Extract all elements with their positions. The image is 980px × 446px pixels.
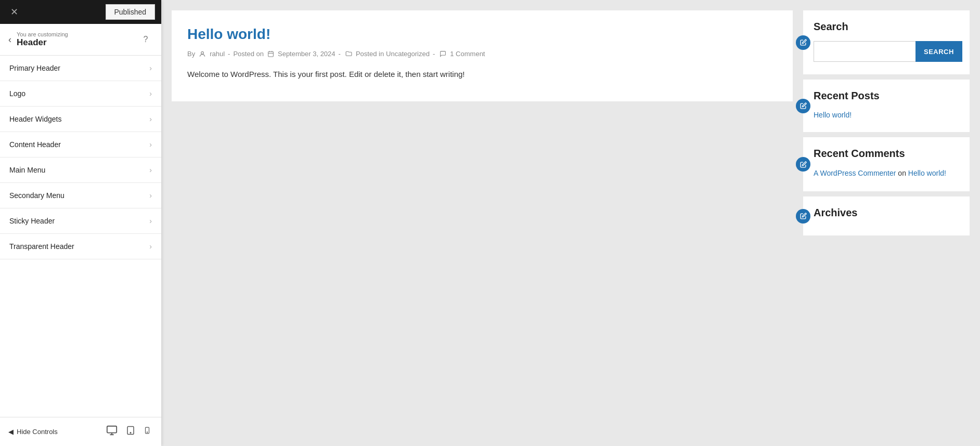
hide-controls-arrow-icon: ◀: [8, 428, 14, 436]
hide-controls-label: Hide Controls: [17, 428, 58, 436]
menu-item-label: Secondary Menu: [9, 191, 65, 200]
content-area: Hello world! By rahul - Posted on Septem…: [172, 10, 793, 436]
list-item: Hello world!: [814, 110, 959, 120]
svg-point-7: [201, 51, 204, 54]
menu-item-header-widgets[interactable]: Header Widgets›: [0, 107, 161, 132]
published-button[interactable]: Published: [106, 4, 156, 20]
archives-edit-icon[interactable]: [796, 209, 810, 224]
search-widget-edit-icon[interactable]: [796, 35, 810, 50]
chevron-right-icon: ›: [149, 115, 152, 123]
menu-item-label: Content Header: [9, 140, 61, 149]
chevron-right-icon: ›: [149, 191, 152, 200]
search-widget-title: Search: [814, 21, 959, 33]
panel-header-text: You are customizing Header: [17, 31, 138, 48]
recent-comments-widget: Recent Comments A WordPress Commenter on…: [803, 137, 970, 191]
search-button[interactable]: SEARCH: [915, 41, 962, 62]
left-panel: ✕ Published ‹ You are customizing Header…: [0, 0, 161, 446]
sidebar: Search SEARCH Recent Posts Hello world!: [803, 10, 970, 436]
post-title: Hello world!: [187, 26, 777, 43]
recent-posts-edit-icon[interactable]: [796, 99, 810, 113]
menu-item-transparent-header[interactable]: Transparent Header›: [0, 234, 161, 259]
chevron-right-icon: ›: [149, 89, 152, 98]
mobile-icon: [144, 425, 151, 436]
recent-posts-widget: Recent Posts Hello world!: [803, 80, 970, 132]
desktop-view-button[interactable]: [104, 423, 120, 441]
menu-item-label: Transparent Header: [9, 242, 74, 251]
chevron-right-icon: ›: [149, 166, 152, 174]
main-content: Hello world! By rahul - Posted on Septem…: [161, 0, 980, 446]
post-body: Welcome to WordPress. This is your first…: [187, 68, 777, 81]
menu-item-label: Logo: [9, 89, 25, 98]
desktop-icon: [106, 425, 118, 436]
archives-widget: Archives: [803, 196, 970, 235]
comment-on-label: on: [898, 169, 906, 177]
category-link[interactable]: Uncategorized: [386, 50, 430, 58]
posted-in-label: Posted in: [356, 50, 384, 58]
recent-post-link[interactable]: Hello world!: [814, 111, 852, 119]
menu-item-label: Primary Header: [9, 64, 60, 72]
back-button[interactable]: ‹: [8, 34, 11, 45]
category-icon: [345, 50, 352, 57]
commenter-link[interactable]: A WordPress Commenter: [814, 169, 896, 177]
close-button[interactable]: ✕: [6, 4, 22, 20]
menu-item-label: Header Widgets: [9, 115, 61, 123]
hide-controls-button[interactable]: ◀ Hide Controls: [8, 428, 58, 436]
search-widget-form: SEARCH: [814, 41, 959, 62]
menu-item-secondary-menu[interactable]: Secondary Menu›: [0, 183, 161, 208]
section-title: Header: [17, 37, 138, 48]
help-button[interactable]: ?: [138, 32, 153, 47]
menu-item-sticky-header[interactable]: Sticky Header›: [0, 208, 161, 234]
calendar-icon: [267, 50, 274, 57]
chevron-right-icon: ›: [149, 140, 152, 149]
svg-point-6: [147, 432, 147, 432]
panel-header: ‹ You are customizing Header ?: [0, 24, 161, 56]
help-icon: ?: [144, 35, 148, 44]
search-widget: Search SEARCH: [803, 10, 970, 74]
comment-item: A WordPress Commenter on Hello world!: [814, 168, 959, 179]
posted-on-label: Posted on: [233, 50, 264, 58]
customizing-label: You are customizing: [17, 31, 138, 37]
menu-item-logo[interactable]: Logo›: [0, 81, 161, 107]
post-card: Hello world! By rahul - Posted on Septem…: [172, 10, 793, 101]
recent-posts-list: Hello world!: [814, 110, 959, 120]
comment-count: 1 Comment: [450, 50, 485, 58]
recent-comments-widget-title: Recent Comments: [814, 148, 959, 160]
archives-widget-title: Archives: [814, 207, 959, 219]
author-link[interactable]: rahul: [210, 50, 225, 58]
back-icon: ‹: [8, 34, 11, 45]
menu-item-label: Main Menu: [9, 166, 45, 174]
menu-item-primary-header[interactable]: Primary Header›: [0, 56, 161, 81]
chevron-right-icon: ›: [149, 217, 152, 225]
menu-list: Primary Header›Logo›Header Widgets›Conte…: [0, 56, 161, 417]
recent-comments-edit-icon[interactable]: [796, 157, 810, 172]
menu-item-content-header[interactable]: Content Header›: [0, 132, 161, 158]
bottom-bar: ◀ Hide Controls: [0, 417, 161, 446]
search-input[interactable]: [814, 41, 915, 62]
mobile-view-button[interactable]: [141, 423, 153, 441]
meta-by: By: [187, 50, 195, 58]
author-icon: [199, 50, 206, 58]
device-buttons: [104, 423, 153, 441]
post-date: September 3, 2024: [278, 50, 336, 58]
top-bar: ✕ Published: [0, 0, 161, 24]
svg-rect-8: [268, 51, 274, 57]
chevron-right-icon: ›: [149, 64, 152, 72]
chevron-right-icon: ›: [149, 242, 152, 251]
svg-rect-0: [107, 426, 117, 433]
svg-point-4: [130, 432, 131, 434]
post-meta: By rahul - Posted on September 3, 2024 -…: [187, 50, 777, 58]
comment-icon: [440, 50, 446, 57]
recent-posts-widget-title: Recent Posts: [814, 90, 959, 102]
tablet-icon: [126, 425, 135, 436]
menu-item-label: Sticky Header: [9, 217, 55, 225]
commented-post-link[interactable]: Hello world!: [908, 169, 946, 177]
tablet-view-button[interactable]: [124, 423, 137, 441]
menu-item-main-menu[interactable]: Main Menu›: [0, 158, 161, 183]
